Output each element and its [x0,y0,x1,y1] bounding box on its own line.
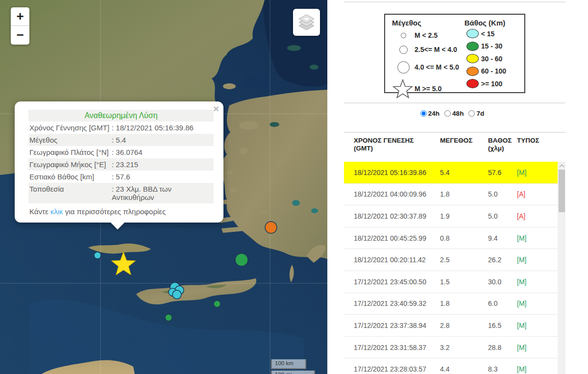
depth-color-icon [465,54,481,63]
depth-label: 15 - 30 [481,42,503,50]
earthquake-circle-marker[interactable] [235,253,248,266]
popup-row: Τοποθεσία: 23 Χλμ. ΒΒΔ των Αντικυθήρων [28,183,214,203]
island [241,208,249,213]
cell-type: [M] [517,299,558,307]
popup-row-value: : 36.0764 [112,146,214,158]
earthquake-circle-marker[interactable] [265,222,277,233]
cell-type: [M] [517,169,558,176]
scale-km: 100 km [271,359,306,369]
popup-row: Χρόνος Γέννησης [GMT]: 18/12/2021 05:16:… [28,122,214,134]
table-row[interactable]: 17/12/2021 23:28:03.574.48.3[M] [344,358,558,374]
table-row[interactable]: 17/12/2021 23:37:38.942.816.5[M] [344,315,558,337]
more-info-link[interactable]: κλικ [50,207,63,216]
earthquake-circle-marker[interactable] [214,300,220,307]
cell-depth: 30.0 [488,278,517,286]
magnitude-symbol-icon [392,33,415,38]
cell-depth: 28.8 [488,344,517,351]
lake [287,45,301,51]
earthquake-circle-marker[interactable] [172,290,181,299]
cell-magnitude: 1.5 [440,278,488,286]
zoom-in-button[interactable]: + [11,7,29,26]
island [227,171,233,175]
popup-row-value: : 57.6 [112,171,214,183]
ellipse-icon [466,79,479,88]
circle-icon [401,33,406,38]
legend-depth-item: 30 - 60 [465,54,521,63]
table-row[interactable]: 17/12/2021 23:45:00.501.530.0[M] [344,271,558,293]
earthquake-circle-marker[interactable] [165,314,172,321]
popup-row-label: Μέγεθος [28,134,112,146]
cell-time: 17/12/2021 23:31:58.37 [354,344,440,351]
popup-row-label: Εστιακό Βάθος [km] [28,171,112,183]
popup-row-value: : 18/12/2021 05:16:39.86 [112,122,214,134]
popup-row-label: Χρόνος Γέννησης [GMT] [28,122,112,134]
island [223,83,236,89]
cell-depth: 26.2 [488,256,517,264]
sea-marmara [245,75,272,89]
depth-color-icon [465,67,481,76]
ellipse-icon [466,54,479,63]
depth-label: 30 - 60 [481,55,503,63]
map-container[interactable]: + − 100 km 100 mi × Αναθεωρημένη Λύση Χρ… [0,0,327,374]
depth-color-icon [465,29,481,38]
lake [292,200,300,206]
cell-time: 17/12/2021 23:37:38.94 [354,322,440,329]
cell-magnitude: 1.9 [440,212,488,220]
popup-row-value: : 23.215 [112,158,214,171]
island [260,210,268,215]
table-header-cell: ΒΑΘΟΣ (χλμ) [488,137,517,152]
popup-title: Αναθεωρημένη Λύση [28,110,214,122]
legend: Μέγεθος M < 2.52.5<= M < 4.04.0 <= M < 5… [384,14,525,93]
legend-depth-item: 60 - 100 [465,67,521,76]
layers-icon [293,9,320,36]
popup-footer-text: Κάντε [29,207,50,216]
time-filter-radio-24h[interactable] [420,110,427,117]
layers-button[interactable] [293,9,320,36]
cell-magnitude: 2.5 [440,256,488,264]
time-filter-radio-48h[interactable] [444,110,451,117]
time-filter-48h[interactable]: 48h [444,110,464,117]
divider [344,102,565,103]
table-row[interactable]: 18/12/2021 04:00:09.961.85.0[A] [344,184,558,206]
popup-row-label: Τοποθεσία [28,183,112,203]
table-row[interactable]: 18/12/2021 02:30:37.891.95.0[A] [344,205,558,227]
island [230,188,237,193]
magnitude-label: 4.0 <= M < 5.0 [415,63,459,71]
time-filter-24h[interactable]: 24h [420,110,440,117]
depth-color-icon [465,79,481,88]
page: + − 100 km 100 mi × Αναθεωρημένη Λύση Χρ… [0,0,588,374]
lake [310,65,318,70]
cell-depth: 5.0 [488,190,517,198]
table-row[interactable]: 17/12/2021 23:40:59.321.86.0[M] [344,293,558,315]
table-scrollbar[interactable] [558,162,565,374]
cell-magnitude: 2.8 [440,322,488,329]
ellipse-icon [466,42,479,51]
time-filter-radio-7d[interactable] [468,110,475,117]
zoom-out-button[interactable]: − [11,26,29,45]
table-row[interactable]: 18/12/2021 00:45:25.990.89.4[M] [344,227,558,249]
legend-depth-item: >= 100 [465,79,521,88]
scrollbar-thumb[interactable] [559,170,565,212]
island [239,121,259,130]
table-row[interactable]: 17/12/2021 23:31:58.373.228.8[M] [344,337,558,359]
earthquake-popup: × Αναθεωρημένη Λύση Χρόνος Γέννησης [GMT… [15,101,223,223]
magnitude-symbol-icon [392,78,415,100]
popup-close-button[interactable]: × [213,104,219,114]
earthquake-circle-marker[interactable] [94,252,101,259]
circle-icon [399,46,408,54]
scrollbar-up-icon[interactable] [558,162,565,169]
legend-depth-item: 15 - 30 [465,42,521,51]
table-row[interactable]: 18/12/2021 05:16:39.865.457.6[M] [344,162,558,184]
table-header: ΧΡΟΝΟΣ ΓΕΝΕΣΗΣ (GMT)ΜΕΓΕΘΟΣΒΑΘΟΣ (χλμ)ΤΥ… [344,137,558,152]
time-filter-group: 24h48h7d [344,110,565,117]
legend-magnitude-title: Μέγεθος [392,19,465,27]
sidebar: Μέγεθος M < 2.52.5<= M < 4.04.0 <= M < 5… [344,0,565,374]
cell-time: 17/12/2021 23:28:03.57 [354,365,440,373]
island [251,192,259,197]
cell-time: 18/12/2021 04:00:09.96 [354,190,440,198]
cell-magnitude: 1.8 [440,299,488,307]
time-filter-7d[interactable]: 7d [468,110,484,117]
cell-type: [M] [517,322,558,329]
table-row[interactable]: 18/12/2021 00:20:11.422.526.2[M] [344,249,558,271]
popup-row: Γεωγραφικό Μήκος [°E]: 23.215 [28,158,214,171]
